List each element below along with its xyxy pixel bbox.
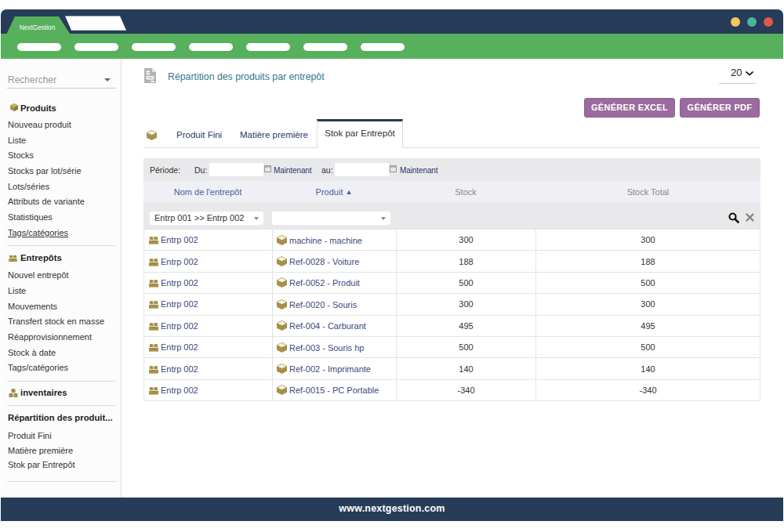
svg-text:NextGestion: NextGestion	[20, 24, 56, 31]
